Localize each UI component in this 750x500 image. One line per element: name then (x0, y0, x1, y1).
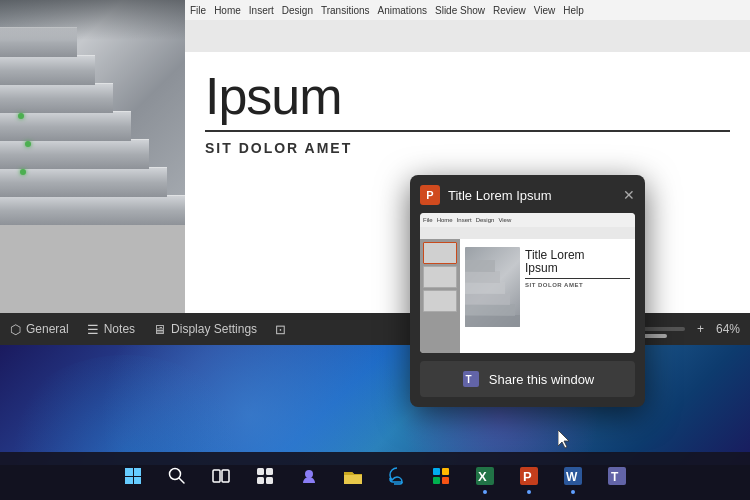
svg-rect-11 (433, 477, 440, 484)
menu-home[interactable]: Home (214, 5, 241, 16)
preview-slide-thumb-1 (423, 242, 457, 264)
preview-subtitle-text: SIT DOLOR AMET (525, 282, 630, 290)
taskbar-edge[interactable] (377, 456, 417, 496)
taskbar-store[interactable] (421, 456, 461, 496)
svg-rect-3 (222, 470, 229, 482)
preview-menu-bar: File Home Insert Design View (420, 213, 635, 227)
taskbar-teams-chat[interactable] (289, 456, 329, 496)
slide-title: Ipsum (205, 70, 730, 122)
taskbar-powerpoint[interactable]: P (509, 456, 549, 496)
popup-preview-area: File Home Insert Design View (420, 213, 635, 353)
svg-rect-7 (266, 477, 273, 484)
status-general[interactable]: ⬡ General (10, 322, 69, 337)
svg-line-1 (180, 479, 185, 484)
svg-rect-2 (213, 470, 220, 482)
svg-rect-9 (433, 468, 440, 475)
taskbar-widgets[interactable] (245, 456, 285, 496)
popup-close-button[interactable]: ✕ (623, 187, 635, 203)
zoom-plus[interactable]: + (697, 322, 704, 336)
reading-view-icon: ⊡ (275, 322, 286, 337)
svg-rect-10 (442, 468, 449, 475)
widgets-icon (255, 466, 275, 486)
word-icon: W (562, 465, 584, 487)
status-reading-view[interactable]: ⊡ (275, 322, 291, 337)
slide-title-divider (205, 130, 730, 132)
preview-slide-list (420, 239, 460, 353)
menu-design[interactable]: Design (282, 5, 313, 16)
taskbar-teams[interactable]: T (597, 456, 637, 496)
taskbar-file-explorer[interactable] (333, 456, 373, 496)
menu-insert[interactable]: Insert (249, 5, 274, 16)
powerpoint-icon: P (518, 465, 540, 487)
powerpoint-preview-popup: P Title Lorem Ipsum ✕ File Home Insert D… (410, 175, 645, 407)
taskbar-start-button[interactable] (113, 456, 153, 496)
teams-icon: T (606, 465, 628, 487)
taskbar-task-view[interactable] (201, 456, 241, 496)
popup-header: P Title Lorem Ipsum ✕ (420, 185, 635, 205)
taskbar: X P W T (0, 452, 750, 500)
svg-rect-12 (442, 477, 449, 484)
notes-icon: ☰ (87, 322, 99, 337)
task-view-icon (211, 466, 231, 486)
svg-text:T: T (465, 374, 471, 385)
menu-view[interactable]: View (534, 5, 556, 16)
share-button-label: Share this window (489, 372, 595, 387)
taskbar-word[interactable]: W (553, 456, 593, 496)
menu-transitions[interactable]: Transitions (321, 5, 370, 16)
status-display[interactable]: 🖥 Display Settings (153, 322, 257, 337)
search-icon (167, 466, 187, 486)
preview-staircase (465, 247, 520, 327)
slide-main-content: Ipsum SIT DOLOR AMET (205, 65, 730, 156)
pp-app-logo: P (420, 185, 440, 205)
slide-thumbnail-panel (0, 0, 185, 345)
svg-text:P: P (523, 469, 532, 484)
slide-image (0, 0, 185, 225)
staircase-image (0, 0, 185, 225)
edge-icon (386, 465, 408, 487)
svg-text:T: T (611, 470, 619, 484)
preview-slide-title: Title LoremIpsum SIT DOLOR AMET (525, 249, 630, 290)
preview-toolbar (420, 227, 635, 239)
svg-text:W: W (566, 470, 578, 484)
popup-window-title: Title Lorem Ipsum (448, 188, 552, 203)
svg-point-0 (170, 469, 181, 480)
status-notes[interactable]: ☰ Notes (87, 322, 135, 337)
svg-point-8 (305, 470, 313, 478)
menu-file[interactable]: File (190, 5, 206, 16)
file-explorer-icon (342, 466, 364, 486)
menu-help[interactable]: Help (563, 5, 584, 16)
display-icon: 🖥 (153, 322, 166, 337)
teams-share-icon: T (461, 369, 481, 389)
mouse-cursor (558, 430, 572, 450)
menu-slideshow[interactable]: Slide Show (435, 5, 485, 16)
svg-rect-6 (257, 477, 264, 484)
zoom-level: 64% (716, 322, 740, 336)
preview-slide-canvas: Title LoremIpsum SIT DOLOR AMET (460, 239, 635, 353)
taskbar-excel[interactable]: X (465, 456, 505, 496)
preview-slide-thumb-3 (423, 290, 457, 312)
windows-logo-icon (125, 468, 141, 484)
teams-chat-icon (298, 465, 320, 487)
svg-rect-4 (257, 468, 264, 475)
menu-animations[interactable]: Animations (378, 5, 427, 16)
general-icon: ⬡ (10, 322, 21, 337)
taskbar-search[interactable] (157, 456, 197, 496)
preview-content: Title LoremIpsum SIT DOLOR AMET (420, 239, 635, 353)
excel-icon: X (474, 465, 496, 487)
svg-rect-5 (266, 468, 273, 475)
preview-slide-thumb-2 (423, 266, 457, 288)
store-icon (430, 465, 452, 487)
svg-text:X: X (478, 469, 487, 484)
toolbar (185, 20, 750, 52)
slide-subtitle: SIT DOLOR AMET (205, 140, 730, 156)
menu-review[interactable]: Review (493, 5, 526, 16)
menu-bar: File Home Insert Design Transitions Anim… (185, 0, 750, 20)
share-window-button[interactable]: T Share this window (420, 361, 635, 397)
